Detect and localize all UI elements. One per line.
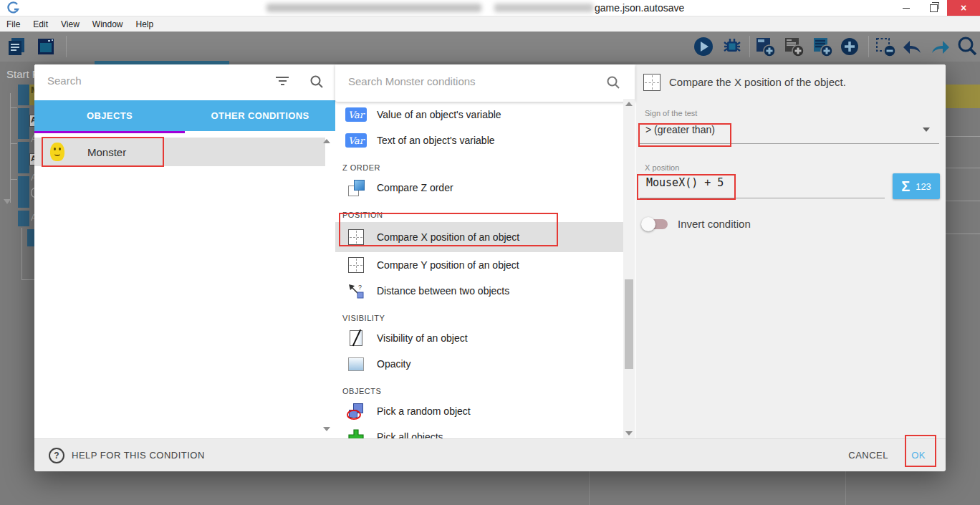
event-row-divider	[946, 234, 980, 234]
delete-selection-icon[interactable]	[874, 35, 897, 58]
events-column-divider	[845, 471, 846, 505]
tab-other-conditions[interactable]: OTHER CONDITIONS	[185, 100, 335, 131]
help-button[interactable]: ? HELP FOR THIS CONDITION	[49, 439, 205, 471]
add-circle-icon[interactable]	[838, 35, 861, 58]
event-tree-line	[10, 179, 17, 180]
object-search-bar	[34, 64, 335, 100]
event-row-divider	[946, 136, 980, 137]
svg-text:?: ?	[358, 284, 362, 291]
ok-button[interactable]: OK	[911, 439, 926, 471]
condition-item[interactable]: Opacity	[335, 351, 623, 377]
title-bar: game.json.autosave ×	[0, 0, 980, 16]
play-preview-icon[interactable]	[692, 35, 715, 58]
chevron-down-icon[interactable]	[923, 128, 930, 132]
scroll-down-icon[interactable]	[323, 427, 330, 431]
menu-edit[interactable]: Edit	[27, 19, 54, 29]
event-condition-bar	[18, 108, 29, 139]
close-button[interactable]: ×	[947, 0, 980, 16]
menu-bar: File Edit View Window Help	[0, 16, 980, 32]
scroll-up-icon[interactable]	[323, 139, 330, 143]
sign-select[interactable]: > (greater than)	[645, 124, 715, 135]
expression-editor-button[interactable]: Σ 123	[893, 173, 940, 199]
condition-item[interactable]: Var Text of an object's variable	[335, 128, 623, 153]
selector-tabs: OBJECTS OTHER CONDITIONS	[34, 100, 335, 131]
x-position-icon	[643, 74, 660, 91]
pick-all-icon	[335, 429, 377, 438]
pick-random-icon	[335, 403, 377, 419]
undo-icon[interactable]	[901, 35, 924, 58]
cancel-button[interactable]: CANCEL	[848, 439, 888, 471]
condition-item[interactable]: Visibility of an object	[335, 325, 623, 351]
event-tree-line	[10, 107, 17, 108]
opacity-icon	[335, 357, 377, 371]
x-position-input[interactable]	[645, 175, 863, 190]
search-events-icon[interactable]	[956, 35, 979, 58]
event-tree-line	[10, 143, 17, 144]
filter-icon[interactable]	[275, 77, 289, 88]
search-icon[interactable]	[606, 75, 620, 90]
event-condition-bar	[27, 229, 34, 246]
add-subevent-icon[interactable]	[782, 35, 805, 58]
condition-item[interactable]: Pick all objects	[335, 424, 623, 438]
debug-icon[interactable]	[721, 35, 744, 58]
visibility-icon	[335, 330, 377, 346]
scene-editor-icon[interactable]	[34, 35, 57, 58]
menu-file[interactable]: File	[0, 19, 27, 29]
event-condition-bar	[18, 211, 29, 226]
event-row-divider	[946, 201, 980, 201]
x-field-label: X position	[645, 163, 679, 172]
condition-item[interactable]: Compare Y position of an object	[335, 252, 623, 278]
window-title: game.json.autosave	[595, 2, 684, 14]
scroll-down-icon[interactable]	[625, 431, 633, 436]
toggle-knob[interactable]	[641, 217, 655, 231]
start-page-tab[interactable]: Start P	[6, 68, 34, 80]
monster-object-icon	[50, 143, 64, 161]
var-icon: Var	[335, 107, 377, 122]
condition-list-scrollbar[interactable]	[623, 99, 635, 438]
menu-window[interactable]: Window	[86, 19, 130, 29]
blurred-title-text	[494, 4, 593, 12]
sigma-icon: Σ	[901, 178, 910, 195]
add-event-icon[interactable]	[754, 35, 777, 58]
condition-parameters-panel: Compare the X position of the object. Si…	[636, 64, 946, 438]
section-header: POSITION	[335, 201, 623, 222]
list-item-monster[interactable]: Monster	[34, 138, 325, 166]
toolbar-separator	[66, 36, 67, 57]
section-header: Z ORDER	[335, 153, 623, 175]
menu-view[interactable]: View	[54, 19, 86, 29]
object-selector-panel: OBJECTS OTHER CONDITIONS Monster	[34, 64, 335, 438]
menu-help[interactable]: Help	[130, 19, 160, 29]
scroll-up-icon[interactable]	[625, 102, 633, 106]
condition-item[interactable]: Compare Z order	[335, 175, 623, 201]
condition-search-input[interactable]	[347, 74, 593, 88]
event-tree-line	[21, 279, 34, 280]
distance-icon: ?	[335, 283, 377, 299]
events-sheet-icon[interactable]	[6, 35, 29, 58]
restore-button[interactable]	[921, 0, 946, 16]
events-column-divider	[589, 471, 590, 505]
redo-icon[interactable]	[928, 35, 951, 58]
object-label: Monster	[87, 146, 126, 158]
collapse-arrow-icon[interactable]	[4, 199, 11, 204]
invert-condition-toggle[interactable]	[643, 219, 668, 229]
toolbar-separator	[749, 36, 750, 57]
tab-objects[interactable]: OBJECTS	[34, 100, 185, 131]
condition-list: Var Value of an object's variable Var Te…	[335, 102, 623, 438]
field-underline	[640, 198, 885, 198]
condition-item[interactable]: Pick a random object	[335, 398, 623, 424]
condition-item-selected[interactable]: Compare X position of an object	[335, 222, 623, 252]
condition-item[interactable]: ? Distance between two objects	[335, 278, 623, 304]
search-icon[interactable]	[309, 74, 324, 89]
scrollbar-thumb[interactable]	[625, 279, 633, 369]
condition-item[interactable]: Var Value of an object's variable	[335, 102, 623, 128]
minimize-button[interactable]	[894, 0, 918, 16]
section-header: OBJECTS	[335, 377, 623, 398]
section-header: VISIBILITY	[335, 304, 623, 325]
object-search-input[interactable]	[46, 74, 264, 87]
event-condition-bar	[18, 85, 29, 105]
condition-title: Compare the X position of the object.	[669, 76, 846, 88]
event-tree-line	[21, 228, 22, 279]
gdevelop-logo-icon	[7, 1, 20, 14]
add-comment-icon[interactable]	[811, 35, 834, 58]
field-underline	[640, 143, 939, 144]
